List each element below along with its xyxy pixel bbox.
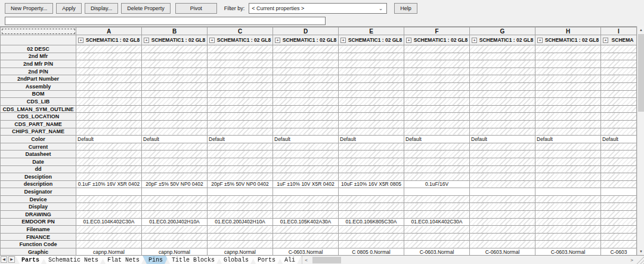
grid-cell[interactable] xyxy=(535,90,601,98)
grid-cell[interactable] xyxy=(339,60,404,68)
row-header[interactable]: CHIPS_PART_NAME xyxy=(1,128,76,136)
grid-cell[interactable]: capnp.Normal xyxy=(142,248,208,255)
grid-cell[interactable] xyxy=(404,75,470,83)
tab-schematic-nets[interactable]: Schematic Nets xyxy=(42,256,104,264)
row-header[interactable]: Assembly xyxy=(1,82,76,90)
row-header[interactable]: Color xyxy=(1,136,76,143)
grid-cell[interactable] xyxy=(404,105,470,113)
grid-cell[interactable] xyxy=(535,218,601,226)
grid-cell[interactable] xyxy=(208,158,273,165)
grid-cell[interactable] xyxy=(273,128,339,136)
grid-cell[interactable] xyxy=(470,218,535,226)
grid-cell[interactable] xyxy=(470,151,535,158)
grid-cell[interactable] xyxy=(142,90,208,98)
grid-cell[interactable]: 01.EC0.105K402A30A xyxy=(273,218,339,226)
grid-cell[interactable] xyxy=(142,143,208,151)
grid-cell[interactable] xyxy=(76,98,142,106)
grid-cell[interactable] xyxy=(208,233,273,241)
toolbar-button-pivot[interactable]: Pivot xyxy=(175,3,217,14)
grid-cell[interactable] xyxy=(76,113,142,121)
grid-cell[interactable] xyxy=(76,120,142,128)
column-group-header[interactable]: +SCHEMATIC1 : 02 GL8 xyxy=(470,35,535,45)
row-header[interactable]: Designator xyxy=(1,188,76,196)
grid-cell[interactable] xyxy=(76,60,142,68)
column-letter[interactable]: E xyxy=(339,27,404,35)
grid-cell[interactable] xyxy=(470,180,535,188)
grid-cell[interactable] xyxy=(535,195,601,203)
grid-cell[interactable]: Default xyxy=(76,136,142,143)
tab-parts[interactable]: Parts xyxy=(16,256,45,264)
grid-cell[interactable] xyxy=(76,241,142,248)
grid-cell[interactable]: C 0805 0.Normal xyxy=(339,248,404,255)
grid-cell[interactable] xyxy=(208,151,273,158)
row-header[interactable]: 2ndPart Number xyxy=(1,75,76,83)
grid-cell[interactable] xyxy=(470,173,535,181)
expand-column-icon[interactable]: + xyxy=(603,38,608,43)
grid-cell[interactable] xyxy=(535,67,601,75)
grid-cell[interactable] xyxy=(273,151,339,158)
grid-cell[interactable] xyxy=(470,75,535,83)
row-header[interactable]: CDS_PART_NAME xyxy=(1,120,76,128)
grid-cell[interactable] xyxy=(142,241,208,248)
grid-cell[interactable] xyxy=(76,128,142,136)
grid-cell[interactable] xyxy=(76,233,142,241)
tab-globals[interactable]: Globals xyxy=(218,256,255,264)
grid-cell[interactable]: 01.EC0.106K805C30A xyxy=(339,218,404,226)
grid-cell[interactable] xyxy=(339,75,404,83)
grid-cell[interactable]: 0.1uF/16V xyxy=(404,180,470,188)
grid-cell[interactable] xyxy=(535,82,601,90)
grid-cell[interactable] xyxy=(470,203,535,211)
grid-cell[interactable] xyxy=(339,211,404,219)
grid-cell[interactable] xyxy=(535,151,601,158)
grid-cell[interactable] xyxy=(208,90,273,98)
grid-cell[interactable]: Default xyxy=(470,136,535,143)
grid-cell[interactable] xyxy=(76,211,142,219)
grid-cell[interactable]: Default xyxy=(208,136,273,143)
grid-cell[interactable]: Default xyxy=(273,136,339,143)
toolbar-button-apply[interactable]: Apply xyxy=(56,3,82,14)
grid-cell[interactable] xyxy=(404,233,470,241)
grid-cell[interactable] xyxy=(404,98,470,106)
grid-cell[interactable] xyxy=(273,82,339,90)
grid-cell[interactable] xyxy=(404,158,470,165)
grid-cell[interactable] xyxy=(601,188,637,196)
grid-cell[interactable] xyxy=(76,90,142,98)
grid-cell[interactable] xyxy=(273,203,339,211)
grid-cell[interactable] xyxy=(339,90,404,98)
expand-column-icon[interactable]: + xyxy=(472,38,477,43)
grid-cell[interactable] xyxy=(208,60,273,68)
grid-cell[interactable] xyxy=(535,233,601,241)
grid-cell[interactable] xyxy=(470,67,535,75)
grid-cell[interactable] xyxy=(601,233,637,241)
tab-nav-right-icon[interactable]: ▶ xyxy=(8,256,15,263)
grid-cell[interactable]: capnp.Normal xyxy=(208,248,273,255)
grid-cell[interactable] xyxy=(470,113,535,121)
grid-cell[interactable] xyxy=(601,241,637,248)
grid-cell[interactable] xyxy=(142,158,208,165)
grid-cell[interactable] xyxy=(535,143,601,151)
grid-cell[interactable] xyxy=(470,188,535,196)
column-letter[interactable]: D xyxy=(273,27,339,35)
grid-cell[interactable] xyxy=(142,67,208,75)
grid-cell[interactable] xyxy=(601,226,637,234)
grid-cell[interactable] xyxy=(76,151,142,158)
grid-cell[interactable] xyxy=(470,233,535,241)
grid-cell[interactable] xyxy=(273,226,339,234)
grid-cell[interactable] xyxy=(601,120,637,128)
grid-cell[interactable] xyxy=(273,60,339,68)
row-header[interactable]: Graphic xyxy=(1,248,76,255)
row-header[interactable]: FINANCE xyxy=(1,233,76,241)
grid-cell[interactable] xyxy=(601,90,637,98)
grid-cell[interactable] xyxy=(404,113,470,121)
row-header[interactable]: Current xyxy=(1,143,76,151)
expand-column-icon[interactable]: + xyxy=(209,38,215,43)
expand-column-icon[interactable]: + xyxy=(537,38,543,43)
grid-cell[interactable]: C-0603.Normal xyxy=(273,248,339,255)
grid-cell[interactable] xyxy=(208,195,273,203)
column-group-header[interactable]: +SCHEMA xyxy=(601,35,637,45)
grid-cell[interactable] xyxy=(339,105,404,113)
column-group-header[interactable]: +SCHEMATIC1 : 02 GL8 xyxy=(208,35,273,45)
grid-cell[interactable] xyxy=(535,105,601,113)
grid-cell[interactable] xyxy=(208,120,273,128)
grid-cell[interactable] xyxy=(339,203,404,211)
